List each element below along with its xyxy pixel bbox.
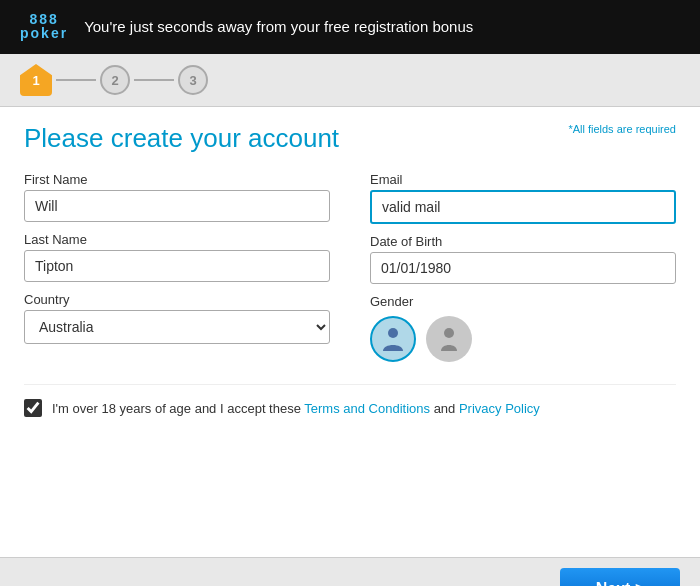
gender-options — [370, 316, 676, 362]
step-3-item: 3 — [178, 65, 208, 95]
female-person-svg — [435, 325, 463, 353]
step-1-item: 1 — [20, 64, 52, 96]
terms-conditions-link[interactable]: Terms and Conditions — [304, 401, 430, 416]
header: 888 poker You're just seconds away from … — [0, 0, 700, 54]
first-name-group: First Name — [24, 172, 330, 222]
next-button[interactable]: Next > — [560, 568, 680, 586]
gender-female-icon[interactable] — [426, 316, 472, 362]
dob-label: Date of Birth — [370, 234, 676, 249]
male-person-svg — [379, 325, 407, 353]
email-input[interactable] — [370, 190, 676, 224]
email-group: Email — [370, 172, 676, 224]
footer-bar: Next > — [0, 557, 700, 586]
svg-point-1 — [444, 328, 454, 338]
step-2-circle: 2 — [100, 65, 130, 95]
dob-input[interactable] — [370, 252, 676, 284]
email-label: Email — [370, 172, 676, 187]
country-select[interactable]: Australia USA UK — [24, 310, 330, 344]
required-note: *All fields are required — [568, 123, 676, 135]
header-tagline: You're just seconds away from your free … — [84, 18, 473, 35]
logo: 888 poker — [20, 12, 68, 40]
step-connector-2 — [134, 79, 174, 81]
last-name-group: Last Name — [24, 232, 330, 282]
dob-group: Date of Birth — [370, 234, 676, 284]
first-name-input[interactable] — [24, 190, 330, 222]
main-content: *All fields are required Please create y… — [0, 107, 700, 557]
terms-between: and — [430, 401, 459, 416]
gender-male-icon[interactable] — [370, 316, 416, 362]
gender-group: Gender — [370, 294, 676, 362]
steps-bar: 1 2 3 — [0, 54, 700, 107]
step-3-circle: 3 — [178, 65, 208, 95]
terms-row: I'm over 18 years of age and I accept th… — [24, 384, 676, 431]
terms-checkbox[interactable] — [24, 399, 42, 417]
step-connector-1 — [56, 79, 96, 81]
last-name-input[interactable] — [24, 250, 330, 282]
terms-before: I'm over 18 years of age and I accept th… — [52, 401, 304, 416]
country-group: Country Australia USA UK — [24, 292, 330, 344]
logo-poker-text: poker — [20, 26, 68, 40]
last-name-label: Last Name — [24, 232, 330, 247]
form-grid: First Name Last Name Country Australia U… — [24, 172, 676, 362]
terms-text: I'm over 18 years of age and I accept th… — [52, 401, 540, 416]
step-2-item: 2 — [100, 65, 130, 95]
left-column: First Name Last Name Country Australia U… — [24, 172, 330, 362]
logo-888-text: 888 — [20, 12, 68, 26]
gender-label: Gender — [370, 294, 676, 309]
privacy-policy-link[interactable]: Privacy Policy — [459, 401, 540, 416]
first-name-label: First Name — [24, 172, 330, 187]
country-label: Country — [24, 292, 330, 307]
step-1-circle: 1 — [20, 64, 52, 96]
svg-point-0 — [388, 328, 398, 338]
right-column: Email Date of Birth Gender — [370, 172, 676, 362]
